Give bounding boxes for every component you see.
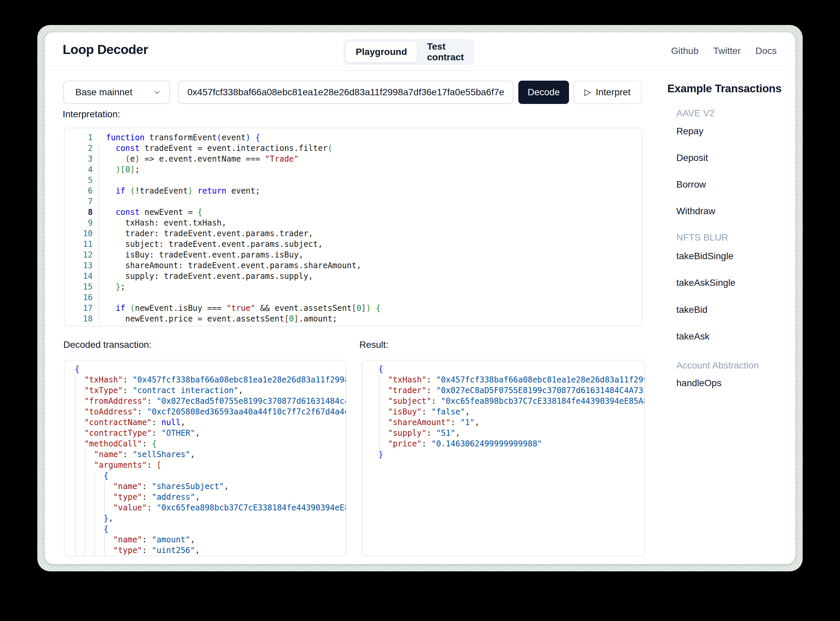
code-line: 15 };	[65, 282, 642, 292]
sidebar-item-handleops[interactable]: handleOps	[676, 378, 721, 388]
play-icon: ▷	[584, 88, 591, 96]
code-line: "isBuy": "false",	[378, 406, 644, 417]
code-line: "toAddress": "0xcf205808ed36593aa40a44f1…	[75, 406, 346, 417]
sidebar-item-takeasksingle[interactable]: takeAskSingle	[676, 277, 735, 288]
desktop-background: Loop Decoder Playground Test contract Gi…	[0, 0, 840, 621]
line-number: 12	[67, 250, 92, 260]
result-json-panel[interactable]: { "txHash": "0x457fcf338baf66a08ebc81ea1…	[362, 360, 645, 556]
interpretation-label: Interpretation:	[63, 109, 120, 120]
sidebar-group-nfts-blur: NFTS BLUR	[676, 232, 728, 243]
code-line: 3 (e) => e.event.eventName === "Trade"	[65, 154, 642, 164]
sidebar-item-repay[interactable]: Repay	[676, 126, 704, 136]
code-line: 8 const newEvent = {	[65, 207, 642, 218]
code-line: }	[378, 449, 644, 460]
code-line: "contractName": null,	[75, 417, 346, 428]
code-line: 16	[65, 292, 642, 303]
code-line: "fromAddress": "0x027ec8ad5f0755e8199c37…	[75, 396, 346, 406]
code-line: "shareAmount": "1",	[378, 417, 644, 428]
code-line: "txType": "contract interaction",	[75, 385, 346, 396]
interpret-button[interactable]: ▷ Interpret	[573, 80, 642, 104]
indent-guide	[75, 375, 76, 556]
decode-button[interactable]: Decode	[519, 80, 569, 104]
window-frame: Loop Decoder Playground Test contract Gi…	[37, 25, 803, 571]
sidebar-item-takebidsingle[interactable]: takeBidSingle	[676, 251, 733, 262]
line-number: 15	[67, 282, 92, 292]
line-number: 14	[67, 271, 92, 282]
line-number: 4	[67, 164, 92, 175]
tab-playground[interactable]: Playground	[346, 42, 417, 62]
code-line: 11 subject: tradeEvent.event.params.subj…	[65, 239, 642, 250]
indent-guide	[379, 375, 380, 449]
code-editor[interactable]: 1function transformEvent(event) {2 const…	[64, 127, 642, 327]
code-line: 12 isBuy: tradeEvent.event.params.isBuy,	[65, 250, 642, 260]
code-line: "value": "0xc65fea898bcb37C7cE338184fe44…	[75, 502, 346, 513]
code-line: "supply": "51",	[378, 428, 644, 438]
sidebar-item-takebid[interactable]: takeBid	[676, 304, 707, 315]
indent-guide	[104, 482, 105, 556]
decoded-label: Decoded transaction:	[63, 339, 152, 350]
sidebar-item-borrow[interactable]: Borrow	[676, 179, 706, 190]
code-line: 1function transformEvent(event) {	[65, 132, 642, 143]
code-line: 19 }	[65, 324, 642, 327]
code-line: },	[75, 513, 346, 524]
line-number: 1	[67, 132, 92, 143]
indent-guide	[99, 144, 99, 324]
code-line: {	[75, 524, 346, 535]
line-number: 2	[67, 143, 92, 154]
view-switcher: Playground Test contract	[343, 39, 474, 65]
app-window: Loop Decoder Playground Test contract Gi…	[45, 32, 795, 564]
sidebar-item-takeask[interactable]: takeAsk	[676, 331, 710, 342]
interpret-button-label: Interpret	[596, 87, 630, 98]
sidebar-group-aave-v2: AAVE V2	[676, 108, 715, 119]
line-number: 11	[67, 239, 92, 250]
tx-hash-input[interactable]	[178, 80, 513, 104]
code-line: 18 newEvent.price = event.assetsSent[0].…	[65, 314, 642, 324]
line-number: 16	[67, 292, 92, 303]
decoded-json-panel[interactable]: { "txHash": "0x457fcf338baf66a08ebc81ea1…	[64, 360, 346, 556]
code-line: 6 if (!tradeEvent) return event;	[65, 186, 642, 196]
sidebar-item-deposit[interactable]: Deposit	[676, 153, 708, 163]
code-line: 9 txHash: event.txHash,	[65, 218, 642, 228]
line-number: 9	[67, 218, 92, 228]
sidebar-title: Example Transactions	[667, 82, 781, 95]
line-number: 19	[67, 324, 92, 327]
indent-guide	[85, 450, 85, 556]
line-number: 6	[67, 186, 92, 196]
code-line: 10 trader: tradeEvent.event.params.trade…	[65, 228, 642, 239]
sidebar-item-withdraw[interactable]: Withdraw	[676, 206, 715, 217]
code-line: "contractType": "OTHER",	[75, 428, 346, 438]
result-label: Result:	[359, 339, 388, 350]
chevron-down-icon	[153, 89, 161, 96]
code-line: 17 if (newEvent.isBuy === "true" && even…	[65, 303, 642, 314]
code-line: "type": "address",	[75, 492, 346, 502]
code-line: 5	[65, 175, 642, 186]
code-line: 13 shareAmount: tradeEvent.event.params.…	[65, 260, 642, 271]
line-number: 13	[67, 260, 92, 271]
code-line: "txHash": "0x457fcf338baf66a08ebc81ea1e2…	[378, 374, 644, 385]
code-line: 2 const tradeEvent = event.interactions.…	[65, 143, 642, 154]
code-line: "subject": "0xc65fea898bcb37C7cE338184fe…	[378, 396, 644, 406]
examples-sidebar: Example Transactions AAVE V2 Repay Depos…	[667, 32, 787, 564]
line-number: 7	[67, 196, 92, 207]
code-line: "trader": "0x027eC8aD5F0755E8199c370877d…	[378, 385, 644, 396]
code-line: {	[75, 470, 346, 481]
code-line: "name": "amount",	[75, 535, 346, 545]
code-line: 14 supply: tradeEvent.event.params.suppl…	[65, 271, 642, 282]
network-select[interactable]: Base mainnet	[63, 80, 170, 104]
indent-guide	[94, 471, 95, 556]
network-select-value: Base mainnet	[75, 87, 132, 98]
code-line: 4 )[0];	[65, 164, 642, 175]
line-number: 8	[67, 207, 92, 218]
code-line: "arguments": [	[75, 460, 346, 470]
code-line: 7	[65, 196, 642, 207]
code-line: "type": "uint256",	[75, 545, 346, 556]
code-line: "txHash": "0x457fcf338baf66a08ebc81ea1e2…	[75, 374, 346, 385]
line-number: 10	[67, 228, 92, 239]
tab-test-contract[interactable]: Test contract	[417, 42, 474, 62]
code-line: {	[75, 364, 346, 374]
code-line: "price": "0.1463062499999999988"	[378, 438, 644, 449]
app-title: Loop Decoder	[63, 42, 148, 57]
code-line: {	[378, 364, 644, 374]
line-number: 3	[67, 154, 92, 164]
line-number: 17	[67, 303, 92, 314]
